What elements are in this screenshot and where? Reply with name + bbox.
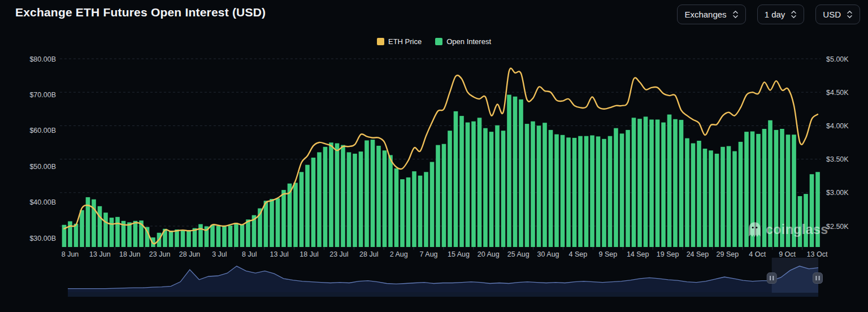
open-interest-bar[interactable] — [430, 162, 435, 248]
open-interest-bar[interactable] — [359, 151, 363, 247]
navigator-handle-right[interactable] — [813, 273, 823, 284]
open-interest-bar[interactable] — [115, 217, 120, 247]
open-interest-bar[interactable] — [394, 168, 399, 247]
open-interest-bar[interactable] — [383, 150, 387, 247]
open-interest-bar[interactable] — [478, 118, 482, 247]
open-interest-bar[interactable] — [216, 226, 221, 247]
open-interest-bar[interactable] — [697, 141, 701, 247]
open-interest-bar[interactable] — [572, 138, 577, 247]
open-interest-bar[interactable] — [483, 128, 488, 247]
open-interest-bar[interactable] — [661, 123, 666, 247]
open-interest-bar[interactable] — [632, 118, 636, 247]
open-interest-bar[interactable] — [549, 130, 553, 247]
open-interest-bar[interactable] — [644, 116, 648, 247]
open-interest-bar[interactable] — [388, 155, 393, 247]
open-interest-bar[interactable] — [608, 136, 613, 247]
open-interest-bar[interactable] — [400, 179, 405, 247]
open-interest-bar[interactable] — [739, 142, 743, 247]
navigator[interactable] — [68, 258, 823, 297]
open-interest-bar[interactable] — [406, 177, 411, 247]
open-interest-bar[interactable] — [127, 222, 132, 247]
open-interest-bar[interactable] — [596, 136, 601, 247]
open-interest-bar[interactable] — [709, 150, 713, 247]
open-interest-bar[interactable] — [92, 200, 96, 247]
open-interest-bar[interactable] — [679, 120, 684, 247]
open-interest-bar[interactable] — [300, 172, 304, 247]
open-interest-bar[interactable] — [495, 125, 500, 247]
open-interest-bar[interactable] — [376, 146, 381, 247]
open-interest-bar[interactable] — [727, 146, 731, 248]
navigator-handle-left[interactable] — [767, 273, 776, 284]
open-interest-bar[interactable] — [637, 119, 642, 247]
select-1-day[interactable]: 1 day — [757, 5, 805, 24]
open-interest-bar[interactable] — [246, 219, 250, 247]
open-interest-bar[interactable] — [466, 123, 470, 247]
open-interest-bar[interactable] — [210, 225, 215, 247]
open-interest-bar[interactable] — [198, 224, 203, 247]
open-interest-bar[interactable] — [222, 226, 227, 247]
open-interest-bar[interactable] — [317, 152, 322, 247]
open-interest-bar[interactable] — [459, 116, 464, 247]
open-interest-bar[interactable] — [347, 152, 351, 247]
open-interest-bar[interactable] — [270, 199, 274, 247]
open-interest-bar[interactable] — [513, 97, 518, 247]
open-interest-bar[interactable] — [418, 176, 423, 247]
open-interest-bar[interactable] — [276, 198, 280, 247]
open-interest-bar[interactable] — [691, 144, 696, 248]
open-interest-bar[interactable] — [715, 154, 719, 247]
open-interest-bar[interactable] — [507, 95, 511, 247]
open-interest-bar[interactable] — [98, 206, 102, 247]
open-interest-bar[interactable] — [68, 222, 72, 248]
open-interest-bar[interactable] — [537, 125, 541, 247]
open-interest-bar[interactable] — [341, 145, 345, 247]
open-interest-bar[interactable] — [602, 139, 606, 247]
open-interest-bar[interactable] — [554, 135, 559, 247]
open-interest-bar[interactable] — [103, 213, 108, 247]
open-interest-bar[interactable] — [329, 142, 333, 247]
open-interest-bar[interactable] — [186, 231, 191, 247]
open-interest-bar[interactable] — [721, 147, 725, 247]
open-interest-bar[interactable] — [732, 151, 737, 248]
open-interest-bar[interactable] — [110, 218, 114, 247]
open-interest-bar[interactable] — [656, 120, 660, 248]
open-interest-bar[interactable] — [228, 226, 233, 247]
open-interest-bar[interactable] — [412, 171, 416, 247]
open-interest-bar[interactable] — [804, 194, 808, 247]
open-interest-bar[interactable] — [525, 124, 530, 247]
open-interest-bar[interactable] — [371, 140, 375, 247]
open-interest-bar[interactable] — [614, 128, 618, 247]
main-chart-canvas[interactable]: $30.00B$40.00B$50.00B$60.00B$70.00B$80.0… — [0, 0, 868, 312]
open-interest-bar[interactable] — [436, 145, 440, 247]
open-interest-bar[interactable] — [424, 172, 428, 247]
open-interest-bar[interactable] — [489, 132, 494, 247]
open-interest-bar[interactable] — [353, 154, 357, 247]
open-interest-bar[interactable] — [335, 144, 340, 248]
open-interest-bar[interactable] — [626, 130, 630, 247]
open-interest-bar[interactable] — [169, 231, 173, 247]
legend-item-eth-price[interactable]: ETH Price — [377, 37, 422, 46]
open-interest-bar[interactable] — [240, 225, 245, 247]
legend-item-open-interest[interactable]: Open Interest — [435, 37, 491, 46]
open-interest-bar[interactable] — [667, 115, 672, 247]
open-interest-bar[interactable] — [584, 136, 589, 247]
open-interest-bar[interactable] — [703, 149, 708, 247]
open-interest-bar[interactable] — [578, 136, 583, 247]
open-interest-bar[interactable] — [364, 140, 369, 247]
open-interest-bar[interactable] — [323, 147, 328, 247]
open-interest-bar[interactable] — [448, 131, 452, 247]
open-interest-bar[interactable] — [542, 123, 547, 247]
open-interest-bar[interactable] — [501, 131, 506, 247]
open-interest-bar[interactable] — [305, 165, 310, 247]
open-interest-bar[interactable] — [80, 210, 84, 247]
open-interest-bar[interactable] — [281, 190, 286, 247]
open-interest-bar[interactable] — [561, 135, 565, 247]
open-interest-bar[interactable] — [181, 230, 185, 247]
open-interest-bar[interactable] — [175, 229, 179, 247]
open-interest-bar[interactable] — [454, 111, 458, 247]
select-usd[interactable]: USD — [815, 5, 860, 24]
open-interest-bar[interactable] — [531, 122, 535, 247]
open-interest-bar[interactable] — [471, 122, 476, 247]
open-interest-bar[interactable] — [74, 224, 79, 247]
open-interest-bar[interactable] — [566, 137, 571, 247]
open-interest-bar[interactable] — [685, 138, 689, 247]
